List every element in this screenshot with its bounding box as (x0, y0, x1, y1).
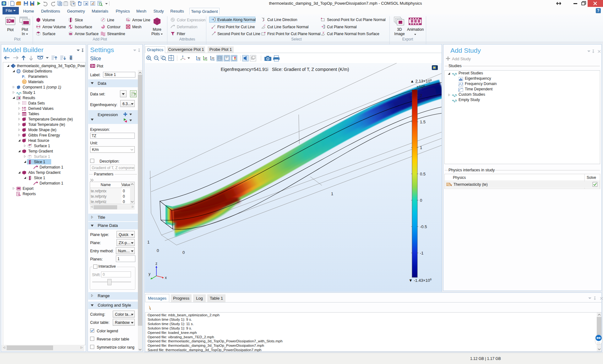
svg-text:*: * (25, 122, 26, 125)
svg-text:e-12: e-12 (22, 109, 26, 111)
svg-text:*: * (25, 133, 26, 135)
svg-text:0: 0 (157, 248, 159, 253)
svg-text:yz: yz (204, 56, 207, 59)
svg-text:x: x (165, 276, 167, 280)
svg-text:0: 0 (182, 250, 185, 255)
svg-text:0.5: 0.5 (420, 172, 426, 176)
svg-text:Eigenfrequency=541.91i Slice: Eigenfrequency=541.91i Slice: Gradient o… (221, 67, 349, 72)
svg-text:y: y (149, 272, 150, 276)
svg-text:1: 1 (147, 240, 149, 244)
svg-text:1.5: 1.5 (420, 120, 426, 124)
svg-text:i: i (24, 76, 25, 79)
svg-text:▲ 2.13×106: ▲ 2.13×106 (410, 78, 432, 83)
svg-text:0: 0 (420, 198, 422, 203)
svg-text:-0.5: -0.5 (420, 224, 427, 229)
svg-text:▼ -1.43×106: ▼ -1.43×106 (409, 278, 432, 283)
svg-text:z: z (155, 261, 157, 266)
svg-text:zx: zx (212, 56, 215, 59)
svg-text:-1: -1 (420, 251, 424, 255)
svg-text:*: * (31, 143, 32, 146)
svg-text:*: * (25, 117, 26, 119)
svg-text:2: 2 (420, 93, 422, 98)
svg-text:1: 1 (420, 145, 422, 150)
svg-text:*: * (25, 127, 26, 130)
svg-text:P: P (22, 75, 24, 78)
svg-text:8.85: 8.85 (22, 107, 26, 109)
svg-text:1: 1 (331, 191, 333, 196)
svg-text:xy: xy (198, 56, 200, 59)
svg-text:*: * (25, 138, 26, 141)
